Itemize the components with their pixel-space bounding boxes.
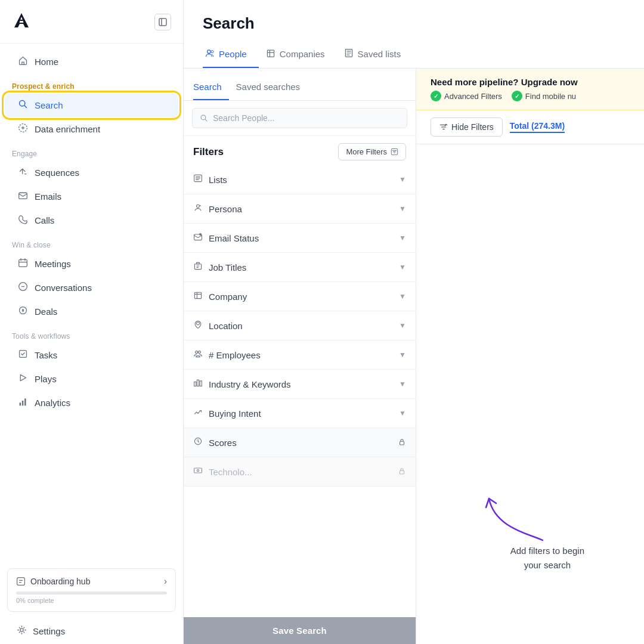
deals-icon [17, 305, 29, 318]
sidebar-item-search-label: Search [35, 100, 63, 110]
employees-filter-arrow: ▼ [399, 351, 406, 359]
sidebar-item-sequences[interactable]: Sequences [5, 161, 178, 184]
sidebar-nav: Home Prospect & enrich Search Data enric… [0, 44, 183, 562]
sequences-icon [17, 166, 29, 179]
sidebar-item-calls-label: Calls [35, 215, 54, 225]
persona-filter-icon [193, 203, 203, 215]
subtab-saved-searches[interactable]: Saved searches [236, 77, 308, 100]
search-input-wrap [184, 101, 416, 136]
company-filter-arrow: ▼ [399, 292, 406, 301]
filter-panel: Search Saved searches Filters More Filte… [184, 69, 416, 644]
email-status-filter-label: Email Status [209, 233, 259, 243]
badge-check-1: ✓ [431, 91, 441, 101]
sidebar-item-tasks[interactable]: Tasks [5, 343, 178, 367]
filter-item-lists[interactable]: Lists ▼ [184, 165, 416, 194]
technologies-lock-icon [398, 467, 406, 477]
sidebar-item-sequences-label: Sequences [35, 168, 79, 178]
svg-point-18 [201, 115, 206, 120]
total-badge[interactable]: Total (274.3M) [510, 121, 565, 133]
filter-item-buying-intent[interactable]: Buying Intent ▼ [184, 399, 416, 428]
filter-item-email-status[interactable]: Email Status ▼ [184, 224, 416, 253]
svg-rect-9 [19, 402, 21, 405]
companies-tab-icon [266, 48, 275, 60]
filter-item-persona[interactable]: Persona ▼ [184, 194, 416, 224]
people-tab-icon [205, 48, 215, 60]
filter-item-scores[interactable]: Scores [184, 428, 416, 457]
sidebar-item-home-label: Home [35, 57, 58, 67]
subtab-search[interactable]: Search [193, 77, 229, 100]
svg-rect-34 [194, 468, 202, 473]
filter-item-employees[interactable]: # Employees ▼ [184, 340, 416, 370]
upgrade-banner: Need more pipeline? Upgrade now ✓ Advanc… [416, 69, 644, 110]
settings-label: Settings [33, 626, 65, 636]
badge-check-2: ✓ [512, 91, 522, 101]
upgrade-text: Need more pipeline? Upgrade now [431, 77, 630, 87]
filter-item-industry[interactable]: Industry & Keywords ▼ [184, 370, 416, 399]
sidebar-item-analytics-label: Analytics [35, 398, 70, 408]
search-icon [17, 99, 29, 112]
sidebar-item-conversations[interactable]: Conversations [5, 276, 178, 299]
conversations-icon [17, 281, 29, 294]
main-header: Search People Companies Save [184, 0, 644, 69]
sidebar-item-data-enrichment[interactable]: Data enrichment [5, 117, 178, 141]
onboarding-hub[interactable]: Onboarding hub › 0% complete [7, 568, 176, 612]
sidebar-item-emails[interactable]: Emails [5, 185, 178, 208]
filter-item-location[interactable]: Location ▼ [184, 311, 416, 340]
industry-filter-arrow: ▼ [399, 380, 406, 388]
save-search-button[interactable]: Save Search [184, 617, 416, 644]
svg-point-13 [20, 628, 23, 631]
sidebar-logo [0, 0, 183, 44]
search-people-input[interactable] [213, 113, 400, 123]
onboarding-hub-header: Onboarding hub › [16, 576, 167, 587]
sidebar-item-analytics[interactable]: Analytics [5, 391, 178, 414]
sidebar-item-meetings[interactable]: Meetings [5, 252, 178, 275]
sidebar-item-deals[interactable]: Deals [5, 300, 178, 323]
sidebar-item-plays-label: Plays [35, 374, 57, 384]
tab-saved-lists[interactable]: Saved lists [342, 42, 413, 68]
badge-advanced-label: Advanced Filters [444, 92, 502, 101]
onboarding-icon [16, 577, 26, 586]
page-title: Search [203, 14, 625, 33]
sidebar-item-home[interactable]: Home [5, 50, 178, 73]
technologies-filter-icon [193, 466, 203, 478]
sidebar-item-calls[interactable]: Calls [5, 209, 178, 232]
more-filters-button[interactable]: More Filters [338, 143, 406, 160]
svg-rect-33 [400, 441, 404, 445]
lists-filter-arrow: ▼ [399, 175, 406, 184]
svg-rect-11 [24, 398, 26, 405]
upgrade-badge-mobile: ✓ Find mobile nu [512, 91, 576, 101]
filter-item-job-titles[interactable]: Job Titles ▼ [184, 253, 416, 282]
sidebar-item-settings[interactable]: Settings [5, 619, 178, 643]
technologies-filter-label: Technolo... [209, 467, 252, 477]
results-toolbar: Hide Filters Total (274.3M) [416, 110, 644, 144]
location-filter-arrow: ▼ [399, 321, 406, 330]
hide-filters-button[interactable]: Hide Filters [431, 117, 503, 137]
svg-rect-12 [17, 578, 25, 586]
tab-people[interactable]: People [203, 42, 259, 68]
progress-label: 0% complete [16, 597, 167, 604]
progress-bar-bg [16, 592, 167, 595]
sidebar-item-search[interactable]: Search [5, 94, 178, 117]
scores-filter-icon [193, 436, 203, 448]
home-icon [17, 55, 29, 68]
sidebar-item-emails-label: Emails [35, 191, 61, 202]
svg-rect-16 [267, 50, 274, 57]
filter-item-company[interactable]: Company ▼ [184, 282, 416, 311]
svg-point-14 [208, 50, 211, 54]
collapse-sidebar-button[interactable] [154, 14, 171, 30]
buying-intent-filter-arrow: ▼ [399, 409, 406, 417]
svg-rect-29 [194, 382, 196, 386]
scores-filter-label: Scores [209, 438, 237, 448]
tab-companies[interactable]: Companies [264, 42, 337, 68]
results-empty-state: Add filters to begin your search [416, 144, 644, 644]
tab-people-label: People [219, 49, 247, 59]
svg-rect-25 [194, 292, 201, 298]
onboarding-hub-title: Onboarding hub [16, 577, 90, 586]
section-engage: Engage [0, 141, 183, 160]
svg-rect-31 [200, 381, 202, 386]
svg-rect-36 [400, 470, 404, 474]
sidebar-item-plays[interactable]: Plays [5, 367, 178, 391]
filter-item-technologies[interactable]: Technolo... [184, 457, 416, 487]
svg-rect-4 [18, 193, 27, 199]
svg-rect-30 [197, 380, 199, 386]
